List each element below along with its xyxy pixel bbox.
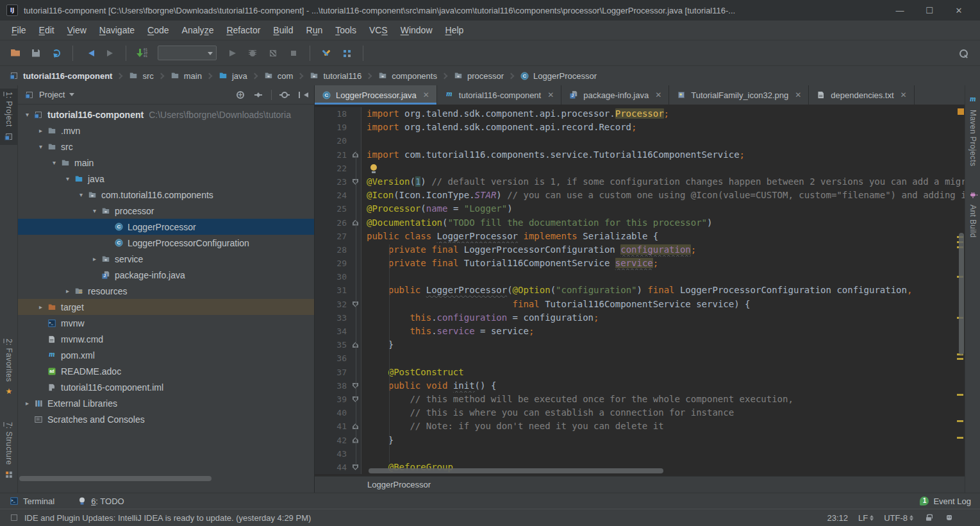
tree-expand-icon[interactable]: ▾ [23, 111, 31, 118]
code-text[interactable]: // Note: if you don't need it you can de… [361, 420, 965, 433]
project-panel-title[interactable]: Project [39, 90, 65, 99]
menu-build[interactable]: Build [267, 22, 299, 38]
stop-button[interactable] [285, 44, 303, 62]
menu-view[interactable]: View [61, 22, 93, 38]
collapse-all-icon[interactable] [253, 90, 263, 100]
tree-row-mvnw-cmd[interactable]: mvnw.cmd [18, 331, 314, 347]
editor-tab-tutorialfamily-icon32-png[interactable]: TutorialFamily_icon32.png✕ [669, 85, 809, 105]
code-text[interactable]: public void init() { [361, 379, 965, 393]
breadcrumb-loggerprocessor[interactable]: LoggerProcessor [519, 71, 598, 81]
line-number[interactable]: 29 [315, 257, 361, 270]
editor-tab-loggerprocessor-java[interactable]: LoggerProcessor.java✕ [315, 85, 437, 105]
tab-close-icon[interactable]: ✕ [423, 90, 429, 99]
run-button[interactable] [223, 44, 241, 62]
run-configuration-select[interactable] [158, 46, 217, 60]
encoding-selector[interactable]: UTF-8 [884, 513, 913, 523]
line-number[interactable]: 40 [315, 406, 361, 420]
breadcrumb-java[interactable]: java [217, 71, 249, 81]
code-text[interactable]: @Processor(name = "Logger") [361, 202, 965, 216]
tree-row-scratches-and-consoles[interactable]: Scratches and Consoles [18, 411, 314, 427]
line-number[interactable]: 41 [315, 420, 361, 433]
line-separator-selector[interactable]: LF [858, 513, 874, 523]
tree-row--mvn[interactable]: ▸.mvn [18, 123, 314, 139]
stripe-tab-favorites[interactable]: 2: Favorites [0, 335, 17, 400]
code-text[interactable]: this.configuration = configuration; [361, 311, 965, 325]
code-text[interactable]: import com.tutorial116.components.servic… [361, 148, 965, 162]
menu-navigate[interactable]: Navigate [93, 22, 141, 38]
line-number[interactable]: 32 [315, 298, 361, 311]
run-with-coverage-button[interactable] [264, 44, 282, 62]
tree-row-processor[interactable]: ▾processor [18, 203, 314, 219]
caret-position[interactable]: 23:12 [827, 513, 848, 523]
line-number[interactable]: 27 [315, 230, 361, 243]
code-text[interactable]: // this method will be executed once for… [361, 393, 965, 406]
tree-row-readme-adoc[interactable]: README.adoc [18, 363, 314, 379]
save-all-button[interactable] [27, 44, 45, 62]
forward-button[interactable] [101, 44, 119, 62]
breadcrumb-processor[interactable]: processor [452, 71, 505, 81]
tree-row-src[interactable]: ▾src [18, 139, 314, 155]
todo-tab[interactable]: 6: TODO [77, 496, 124, 506]
menu-help[interactable]: Help [439, 22, 470, 38]
code-text[interactable] [361, 352, 965, 365]
tree-expand-icon[interactable]: ▾ [37, 143, 45, 150]
code-text[interactable]: public LoggerProcessor(@Option("configur… [361, 284, 965, 297]
tree-expand-icon[interactable]: ▾ [77, 191, 85, 198]
code-text[interactable]: import org.talend.sdk.component.api.proc… [361, 107, 965, 121]
code-text[interactable]: @Icon(Icon.IconType.STAR) // you can use… [361, 189, 965, 202]
event-log-tab[interactable]: Event Log [919, 496, 971, 506]
tree-expand-icon[interactable]: ▸ [90, 255, 99, 262]
line-number[interactable]: 30 [315, 270, 361, 284]
open-button[interactable] [6, 44, 24, 62]
menu-tools[interactable]: Tools [329, 22, 363, 38]
menu-vcs[interactable]: VCS [363, 22, 394, 38]
line-number[interactable]: 25 [315, 202, 361, 216]
tree-row-tutorial116-component[interactable]: ▾tutorial116-componentC:\Users\fborgne\D… [18, 106, 314, 123]
tree-row-pom-xml[interactable]: pom.xml [18, 347, 314, 363]
line-number[interactable]: 22 [315, 162, 361, 175]
hide-panel-icon[interactable] [297, 90, 308, 100]
tree-expand-icon[interactable]: ▾ [50, 159, 58, 166]
tree-row-loggerprocessorconfiguration[interactable]: LoggerProcessorConfiguration [18, 235, 314, 251]
tree-row-loggerprocessor[interactable]: LoggerProcessor [18, 219, 314, 235]
menu-refactor[interactable]: Refactor [220, 22, 267, 38]
error-stripe-mark[interactable] [957, 394, 963, 396]
line-number[interactable]: 36 [315, 352, 361, 365]
menu-run[interactable]: Run [300, 22, 329, 38]
tab-close-icon[interactable]: ✕ [795, 90, 801, 99]
line-number[interactable]: 34 [315, 325, 361, 338]
editor-breadcrumb[interactable]: LoggerProcessor [367, 480, 431, 489]
code-text[interactable] [361, 270, 965, 284]
code-text[interactable]: } [361, 434, 965, 447]
line-number[interactable]: 20 [315, 134, 361, 148]
code-text[interactable] [361, 134, 965, 148]
line-number[interactable]: 43 [315, 447, 361, 461]
tab-close-icon[interactable]: ✕ [901, 90, 907, 99]
code-text[interactable]: this.service = service; [361, 325, 965, 338]
breadcrumb-com[interactable]: com [262, 71, 295, 81]
line-number[interactable]: 33 [315, 311, 361, 325]
error-stripe-mark[interactable] [957, 437, 963, 439]
code-text[interactable]: @Documentation("TODO fill the documentat… [361, 216, 965, 230]
editor-tab-package-info-java[interactable]: package-info.java✕ [561, 85, 669, 105]
code-text[interactable]: // this is where you can establish a con… [361, 406, 965, 420]
line-number[interactable]: 35 [315, 338, 361, 352]
minimize-button[interactable]: — [885, 1, 915, 20]
project-view-dropdown-icon[interactable] [69, 93, 74, 99]
tree-expand-icon[interactable]: ▸ [23, 400, 31, 407]
code-text[interactable]: private final LoggerProcessorConfigurati… [361, 243, 965, 257]
back-button[interactable] [80, 44, 98, 62]
stripe-tab-structure[interactable]: 7: Structure [0, 419, 17, 483]
line-number[interactable]: 38 [315, 379, 361, 393]
stripe-tab-maven-projects[interactable]: Maven Projects [965, 92, 980, 169]
tree-row-mvnw[interactable]: mvnw [18, 315, 314, 331]
menu-analyze[interactable]: Analyze [176, 22, 220, 38]
project-horizontal-scrollbar[interactable] [19, 476, 212, 481]
toolwindow-switcher-icon[interactable] [10, 514, 19, 522]
debug-button[interactable] [244, 44, 262, 62]
tree-expand-icon[interactable]: ▾ [63, 175, 72, 182]
line-number[interactable]: 23 [315, 175, 361, 189]
breadcrumb-src[interactable]: src [127, 71, 154, 81]
code-text[interactable]: private final Tutorial116ComponentServic… [361, 257, 965, 270]
code-text[interactable] [361, 162, 965, 175]
